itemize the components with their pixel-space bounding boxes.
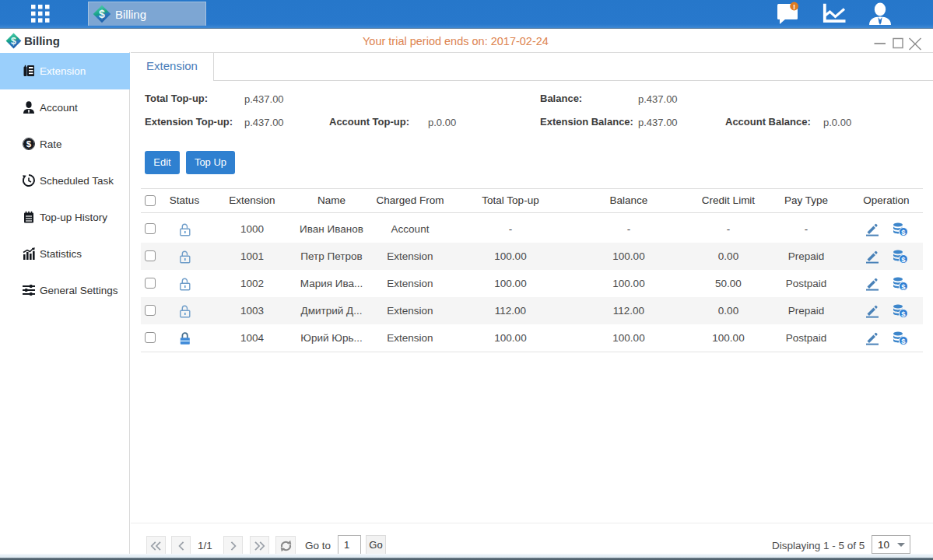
svg-text:$: $ [901, 310, 906, 318]
svg-text:$: $ [901, 255, 906, 264]
svg-text:$: $ [99, 8, 105, 20]
svg-text:!: ! [793, 2, 795, 11]
svg-text:$: $ [26, 139, 32, 149]
svg-text:$: $ [901, 282, 906, 291]
svg-text:$: $ [901, 337, 906, 345]
svg-text:$: $ [901, 228, 906, 236]
svg-text:$: $ [11, 36, 16, 47]
